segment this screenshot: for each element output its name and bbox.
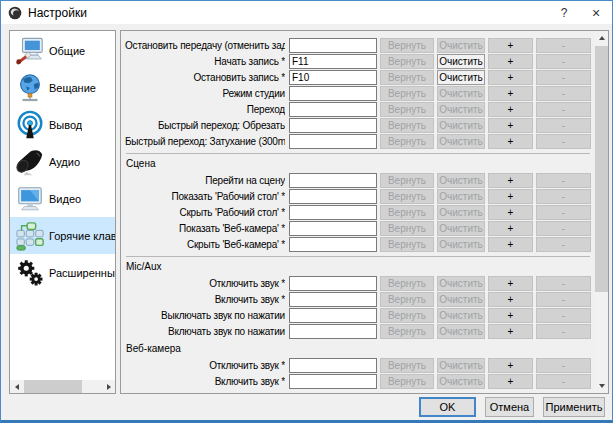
left-arrow-icon [15, 384, 19, 390]
remove-button: - [536, 374, 591, 389]
clear-button[interactable]: Очистить [437, 70, 485, 85]
hotkey-input[interactable] [289, 276, 377, 291]
hotkey-label: Включать звук по нажатии [125, 326, 285, 337]
add-button[interactable]: + [488, 237, 533, 252]
hotkey-input[interactable] [289, 70, 377, 85]
hotkey-label: Скрыть 'Рабочий стол' * [125, 207, 285, 218]
hotkey-label: Скрыть 'Веб-камера' * [125, 239, 285, 250]
clear-button: Очистить [437, 292, 485, 307]
hotkey-input[interactable] [289, 358, 377, 373]
add-button[interactable]: + [488, 38, 533, 53]
clear-button: Очистить [437, 173, 485, 188]
remove-button: - [536, 292, 591, 307]
revert-button: Вернуть [380, 292, 434, 307]
scroll-left-button[interactable] [10, 380, 23, 393]
hotkey-label: Показать 'Веб-камера' * [125, 223, 285, 234]
remove-button: - [536, 237, 591, 252]
add-button[interactable]: + [488, 173, 533, 188]
remove-button: - [536, 86, 591, 101]
hotkey-input[interactable] [289, 308, 377, 323]
hotkey-input[interactable] [289, 38, 377, 53]
add-button[interactable]: + [488, 221, 533, 236]
add-button[interactable]: + [488, 189, 533, 204]
add-button[interactable]: + [488, 292, 533, 307]
add-button[interactable]: + [488, 324, 533, 339]
hotkey-input[interactable] [289, 324, 377, 339]
settings-window: Настройки ? × Общие Вещание Вывод Аудио [0, 0, 613, 423]
revert-button: Вернуть [380, 70, 434, 85]
sidebar-item-label: Горячие клав [49, 230, 115, 242]
sidebar-item-audio[interactable]: Аудио [10, 143, 115, 180]
hotkey-row: ПереходВернутьОчистить+- [125, 102, 591, 117]
add-button[interactable]: + [488, 205, 533, 220]
sidebar-item-output[interactable]: Вывод [10, 106, 115, 143]
remove-button: - [536, 205, 591, 220]
hotkey-label: Переход [125, 104, 285, 115]
add-button[interactable]: + [488, 358, 533, 373]
hotkey-input[interactable] [289, 102, 377, 117]
add-button[interactable]: + [488, 276, 533, 291]
hotkey-input[interactable] [289, 237, 377, 252]
hotkey-row: Режим студииВернутьОчистить+- [125, 86, 591, 101]
down-arrow-icon [599, 384, 605, 388]
revert-button: Вернуть [380, 54, 434, 69]
remove-button: - [536, 308, 591, 323]
hotkey-input[interactable] [289, 205, 377, 220]
hotkey-section: Остановить передачу (отменить задержку)В… [125, 38, 591, 149]
sidebar-item-hotkeys[interactable]: Горячие клав [10, 217, 115, 254]
clear-button: Очистить [437, 276, 485, 291]
hotkey-input[interactable] [289, 118, 377, 133]
help-button[interactable]: ? [548, 1, 580, 24]
hotkey-input[interactable] [289, 189, 377, 204]
hotkeys-icon [13, 219, 46, 252]
ok-button[interactable]: OK [419, 397, 476, 417]
sidebar-item-label: Расширенны [49, 267, 115, 279]
sidebar-hscrollbar [10, 380, 115, 393]
add-button[interactable]: + [488, 308, 533, 323]
clear-button: Очистить [437, 237, 485, 252]
section-separator [126, 153, 590, 154]
revert-button: Вернуть [380, 102, 434, 117]
revert-button: Вернуть [380, 237, 434, 252]
hotkey-input[interactable] [289, 374, 377, 389]
add-button[interactable]: + [488, 118, 533, 133]
hscrollbar-thumb[interactable] [24, 380, 82, 393]
scroll-up-button[interactable] [595, 31, 608, 45]
cancel-button[interactable]: Отмена [485, 397, 534, 417]
hotkey-section: Mic/AuxОтключить звук *ВернутьОчистить+-… [125, 261, 591, 339]
hotkey-input[interactable] [289, 221, 377, 236]
sidebar-item-label: Видео [49, 193, 81, 205]
footer: OK Отмена Применить [1, 394, 612, 420]
sidebar-item-advanced[interactable]: Расширенны [10, 254, 115, 291]
hotkey-input[interactable] [289, 134, 377, 149]
clear-button: Очистить [437, 38, 485, 53]
scroll-right-button[interactable] [102, 380, 115, 393]
revert-button: Вернуть [380, 38, 434, 53]
add-button[interactable]: + [488, 374, 533, 389]
hotkey-input[interactable] [289, 292, 377, 307]
add-button[interactable]: + [488, 134, 533, 149]
clear-button[interactable]: Очистить [437, 54, 485, 69]
hotkey-label: Остановить запись * [125, 72, 285, 83]
sidebar-item-general[interactable]: Общие [10, 32, 115, 69]
scroll-down-button[interactable] [595, 379, 608, 393]
clear-button: Очистить [437, 221, 485, 236]
add-button[interactable]: + [488, 86, 533, 101]
hotkey-row: Включать звук по нажатииВернутьОчистить+… [125, 324, 591, 339]
hotkey-input[interactable] [289, 86, 377, 101]
clear-button: Очистить [437, 308, 485, 323]
add-button[interactable]: + [488, 70, 533, 85]
close-button[interactable]: × [580, 1, 612, 24]
sidebar-item-video[interactable]: Видео [10, 180, 115, 217]
add-button[interactable]: + [488, 102, 533, 117]
hotkey-input[interactable] [289, 173, 377, 188]
revert-button: Вернуть [380, 118, 434, 133]
sidebar-item-stream[interactable]: Вещание [10, 69, 115, 106]
remove-button: - [536, 221, 591, 236]
vscrollbar-thumb[interactable] [595, 46, 608, 292]
hotkey-input[interactable] [289, 54, 377, 69]
revert-button: Вернуть [380, 173, 434, 188]
hotkey-row: Скрыть 'Рабочий стол' *ВернутьОчистить+- [125, 205, 591, 220]
add-button[interactable]: + [488, 54, 533, 69]
apply-button[interactable]: Применить [543, 397, 605, 417]
